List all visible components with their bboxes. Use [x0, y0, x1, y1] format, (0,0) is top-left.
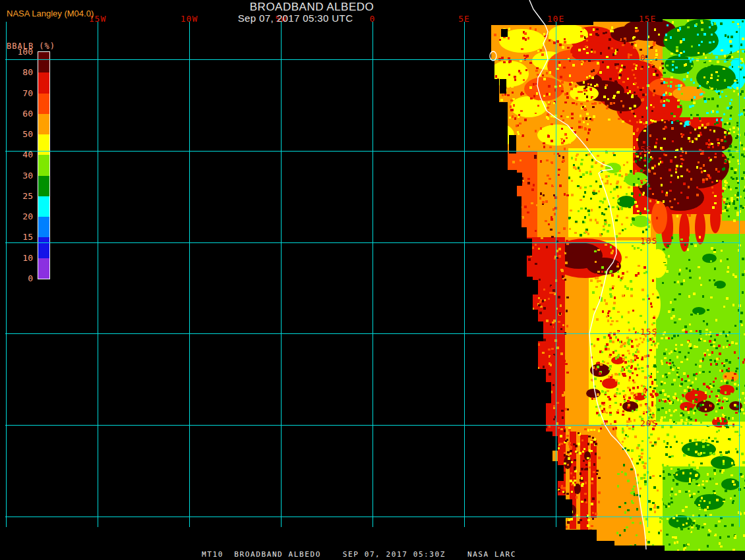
lat-label-10S: 10S: [640, 236, 657, 246]
albedo-map-screen: BBALB (%) 100807060504030252015100 15W10…: [0, 0, 745, 560]
lon-label-5E: 5E: [444, 14, 484, 24]
albedo-field: [481, 18, 745, 552]
lat-label-20S: 20S: [640, 418, 657, 428]
lon-label-0: 0: [353, 14, 392, 24]
lon-label-10W: 10W: [169, 14, 209, 24]
source-label: NASA Langley (M04.0): [7, 9, 94, 18]
lat-label-0: 0: [640, 53, 646, 63]
map-datetime: Sep 07, 2017 05:30 UTC: [238, 13, 353, 24]
page-title: BROADBAND ALBEDO: [250, 1, 374, 14]
lon-label-15E: 15E: [628, 14, 667, 24]
lat-label-15S: 15S: [640, 327, 657, 337]
albedo-map-canvas: [0, 0, 745, 560]
lon-label-10E: 10E: [536, 14, 576, 24]
footer-caption: MT10 BROADBAND ALBEDO SEP 07, 2017 05:30…: [202, 550, 516, 559]
lat-label-5S: 5S: [640, 144, 652, 154]
